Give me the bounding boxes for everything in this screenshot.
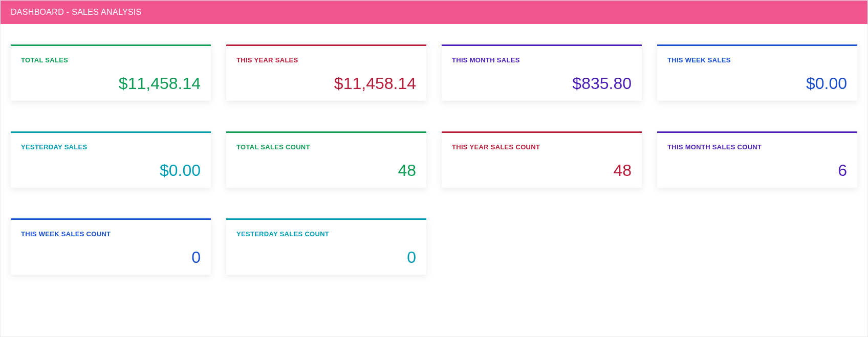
- card-this-month-sales-count: THIS MONTH SALES COUNT 6: [657, 131, 857, 188]
- card-this-week-sales: THIS WEEK SALES $0.00: [657, 44, 857, 101]
- card-value-this-week-sales-count: 0: [21, 249, 201, 265]
- card-label-this-year-sales-count: THIS YEAR SALES COUNT: [452, 143, 632, 151]
- dashboard-header: DASHBOARD - SALES ANALYSIS: [1, 1, 867, 24]
- card-value-total-sales: $11,458.14: [21, 75, 201, 92]
- card-label-this-month-sales-count: THIS MONTH SALES COUNT: [667, 143, 847, 151]
- cards-grid: TOTAL SALES $11,458.14 THIS YEAR SALES $…: [1, 24, 867, 336]
- card-this-month-sales: THIS MONTH SALES $835.80: [442, 44, 642, 101]
- card-label-this-year-sales: THIS YEAR SALES: [236, 56, 416, 64]
- card-label-this-week-sales-count: THIS WEEK SALES COUNT: [21, 230, 201, 238]
- card-label-this-month-sales: THIS MONTH SALES: [452, 56, 632, 64]
- card-total-sales: TOTAL SALES $11,458.14: [11, 44, 211, 101]
- card-this-week-sales-count: THIS WEEK SALES COUNT 0: [11, 218, 211, 275]
- card-value-yesterday-sales-count: 0: [236, 249, 416, 265]
- card-value-yesterday-sales: $0.00: [21, 162, 201, 178]
- page-title: DASHBOARD - SALES ANALYSIS: [11, 8, 142, 16]
- card-label-this-week-sales: THIS WEEK SALES: [667, 56, 847, 64]
- card-label-total-sales-count: TOTAL SALES COUNT: [236, 143, 416, 151]
- card-total-sales-count: TOTAL SALES COUNT 48: [226, 131, 426, 188]
- card-label-yesterday-sales: YESTERDAY SALES: [21, 143, 201, 151]
- card-label-yesterday-sales-count: YESTERDAY SALES COUNT: [236, 230, 416, 238]
- card-value-this-month-sales-count: 6: [667, 162, 847, 178]
- card-value-this-month-sales: $835.80: [452, 75, 632, 92]
- card-value-total-sales-count: 48: [236, 162, 416, 178]
- card-value-this-week-sales: $0.00: [667, 75, 847, 92]
- card-value-this-year-sales-count: 48: [452, 162, 632, 178]
- card-label-total-sales: TOTAL SALES: [21, 56, 201, 64]
- card-this-year-sales-count: THIS YEAR SALES COUNT 48: [442, 131, 642, 188]
- card-this-year-sales: THIS YEAR SALES $11,458.14: [226, 44, 426, 101]
- dashboard-container: DASHBOARD - SALES ANALYSIS TOTAL SALES $…: [0, 0, 868, 337]
- card-yesterday-sales: YESTERDAY SALES $0.00: [11, 131, 211, 188]
- card-value-this-year-sales: $11,458.14: [236, 75, 416, 92]
- card-yesterday-sales-count: YESTERDAY SALES COUNT 0: [226, 218, 426, 275]
